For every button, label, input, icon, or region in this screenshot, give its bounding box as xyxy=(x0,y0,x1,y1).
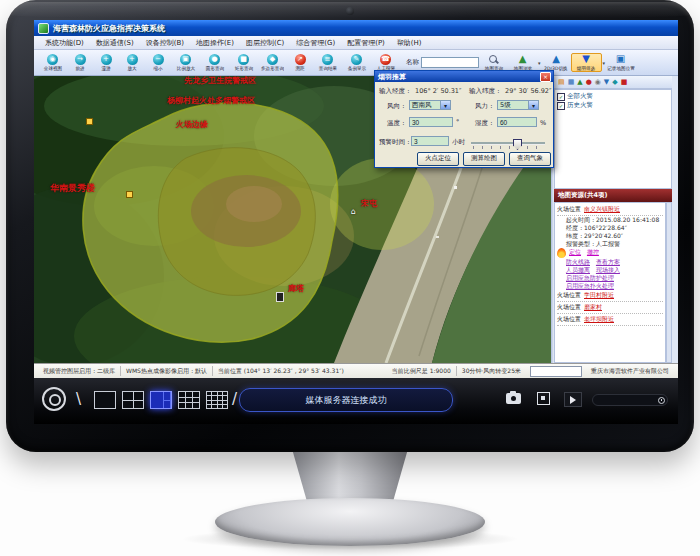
incident-row[interactable]: 火场位置 学田村附近 xyxy=(557,290,663,302)
name-label: 名称 xyxy=(406,58,419,67)
toolbar-button-globe[interactable]: ◉ 全球视图 xyxy=(38,54,67,71)
toolbar-button-scale-zoom[interactable]: ▣ 比例放大 xyxy=(171,54,200,71)
play-icon[interactable] xyxy=(564,392,582,407)
scene-link[interactable]: 现场接入 xyxy=(596,266,620,273)
toolbar-button-2d3d-switch[interactable]: ▲ 2D/3D切换 xyxy=(542,54,571,71)
checkbox-checked-icon[interactable]: ✓ xyxy=(557,102,565,110)
alarm-phone-icon: ☎ xyxy=(380,54,391,65)
toolbar-button-poly-query[interactable]: ◆ 多边形查询 xyxy=(258,54,287,71)
screen: 海营森林防火应急指挥决策系统 系统功能(D) 数据通信(S) 设备控制(B) 地… xyxy=(34,20,678,424)
layout-9-button[interactable] xyxy=(178,391,200,409)
fullscreen-icon[interactable] xyxy=(537,392,550,405)
protect-link[interactable]: 启用应急防护处理 xyxy=(566,274,614,281)
menu-item-manage[interactable]: 综合管理(G) xyxy=(291,37,340,49)
grid-icon[interactable]: ▦ xyxy=(568,79,575,86)
toolbar-button-alarm[interactable]: ☎ 人工报警 xyxy=(371,54,400,71)
toolbar-button-pan[interactable]: + 漫游 xyxy=(93,54,119,71)
layer-tree-item-all-fires[interactable]: ✓ 全部火警 xyxy=(557,92,669,101)
menu-item-device[interactable]: 设备控制(B) xyxy=(141,37,189,49)
lon-label: 输入经度： xyxy=(379,87,412,96)
plume-dialog-titlebar[interactable]: 烟羽推算 × xyxy=(375,71,553,82)
menu-item-map[interactable]: 地图操作(E) xyxy=(191,37,239,49)
query-weather-button[interactable]: 查询气象 xyxy=(509,152,551,166)
locate-link[interactable]: 定位 xyxy=(569,248,581,255)
humidity-input[interactable] xyxy=(497,117,537,127)
panel-scrollbar[interactable] xyxy=(666,202,672,363)
close-icon[interactable]: × xyxy=(540,72,551,82)
rect-query-icon: ■ xyxy=(238,54,249,65)
panel-icon-strip: ▤ ▦ ▲ ● ◉ ▼ ◆ ■ xyxy=(554,76,672,89)
menu-item-config[interactable]: 配置管理(P) xyxy=(342,37,390,49)
target-icon[interactable]: ◉ xyxy=(595,79,601,86)
incident-row[interactable]: 火场位置 南义兴镇附近 xyxy=(557,204,663,216)
snapshot-camera-icon[interactable] xyxy=(506,393,521,404)
toolbar-button-zoom-out[interactable]: − 缩小 xyxy=(145,54,171,71)
checkbox-checked-icon[interactable]: ✓ xyxy=(557,93,565,101)
locate-fire-button[interactable]: 火点定位 xyxy=(417,152,459,166)
incident-row[interactable]: 火场位置 老坪坝附近 xyxy=(557,314,663,326)
toolbar-button-rect-query[interactable]: ■ 矩形查询 xyxy=(229,54,258,71)
temp-label: 温度： xyxy=(387,119,407,128)
evacuate-link[interactable]: 人员撤离 xyxy=(566,266,590,273)
chevron-down-icon[interactable]: ▾ xyxy=(440,101,450,109)
divider-slash: / xyxy=(232,390,237,408)
layers-icon[interactable]: ▤ xyxy=(558,79,565,86)
alert-dot-icon[interactable]: ● xyxy=(586,79,592,86)
toolbar-button-circle-query[interactable]: ● 圆形查询 xyxy=(200,54,229,71)
window-titlebar: 海营森林防火应急指挥决策系统 xyxy=(34,20,678,36)
camera-lens-icon[interactable] xyxy=(42,387,66,411)
layout-4-button[interactable] xyxy=(122,391,144,409)
menu-item-system[interactable]: 系统功能(D) xyxy=(40,37,89,49)
toolbar-button-forward[interactable]: → 前进 xyxy=(67,54,93,71)
layout-16-button[interactable] xyxy=(206,391,228,409)
toolbar-button-map-browse[interactable]: ▲ 地图浏览 xyxy=(508,54,537,71)
fireline-link[interactable]: 防火线路 xyxy=(566,258,590,265)
menu-item-help[interactable]: 帮助(H) xyxy=(392,37,427,49)
search-icon xyxy=(488,54,499,65)
layout-6-button-selected[interactable] xyxy=(150,391,172,409)
chevron-down-icon[interactable]: ▾ xyxy=(538,60,541,66)
chevron-down-icon[interactable]: ▾ xyxy=(603,60,606,66)
menu-item-layer[interactable]: 图层控制(C) xyxy=(241,37,289,49)
toolbar-button-record-position[interactable]: ▣ 记录地图位置 xyxy=(606,54,635,71)
wind-force-select[interactable]: 5级 ▾ xyxy=(497,100,539,110)
incident-lat: 纬度：29°20′42.60″ xyxy=(557,232,663,240)
toolbar-button-annotate[interactable]: ✎ 条例显示 xyxy=(342,54,371,71)
chevron-down-icon[interactable]: ▾ xyxy=(528,101,538,109)
temp-input[interactable] xyxy=(409,117,453,127)
media-server-status: 媒体服务器连接成功 xyxy=(239,388,453,412)
layout-1-button[interactable] xyxy=(94,391,116,409)
fire-flag-icon[interactable]: ■ xyxy=(621,79,628,86)
menu-item-data[interactable]: 数据通信(S) xyxy=(91,37,139,49)
compute-plot-button[interactable]: 测算绘图 xyxy=(463,152,505,166)
status-video-layer: 视频管控图层启用：二级库 xyxy=(38,366,121,376)
globe-icon: ◉ xyxy=(47,54,58,65)
status-bar: 视频管控图层启用：二级库 WMS热点成像影像启用：默认 当前位置 (104° 1… xyxy=(34,363,678,378)
toolbar-button-results[interactable]: ≡ 查询结果 xyxy=(313,54,342,71)
plan-link[interactable]: 查看方案 xyxy=(596,258,620,265)
wind-dir-select[interactable]: 西南风 ▾ xyxy=(409,100,451,110)
circle-query-icon: ● xyxy=(209,54,220,65)
monitor-stand-base xyxy=(215,498,485,546)
timeline-bar[interactable] xyxy=(592,394,668,406)
layer-tree-item-history-fires[interactable]: ✓ 历史火警 xyxy=(557,101,669,110)
suppress-link[interactable]: 启用应急扑火处理 xyxy=(566,282,614,289)
status-input[interactable] xyxy=(530,366,582,377)
plume-dialog: 烟羽推算 × 输入经度： 106° 2′ 50.31″ 输入纬度： 29° 30… xyxy=(374,70,554,168)
terrain-icon[interactable]: ▲ xyxy=(577,79,582,86)
toolbar-button-map-query[interactable]: 地图查询 xyxy=(479,54,508,71)
zoom-in-icon: + xyxy=(127,54,138,65)
toolbar-button-zoom-in[interactable]: + 放大 xyxy=(119,54,145,71)
warn-time-slider[interactable] xyxy=(471,139,545,149)
menu-bar: 系统功能(D) 数据通信(S) 设备控制(B) 地图操作(E) 图层控制(C) … xyxy=(34,36,678,50)
plume-dialog-title: 烟羽推算 xyxy=(378,72,540,82)
incident-row[interactable]: 火场位置 磨家村 xyxy=(557,302,663,314)
company-name: 重庆市海营软件产业有限公司 xyxy=(586,366,674,376)
name-search-input[interactable] xyxy=(421,57,479,68)
toolbar-button-plume-filter[interactable]: ▼ 烟羽筛选 xyxy=(571,53,602,72)
filter-icon[interactable]: ▼ xyxy=(604,79,609,86)
dismiss-link[interactable]: 撤控 xyxy=(587,248,599,255)
marker-icon[interactable]: ◆ xyxy=(612,79,617,86)
warn-time-input[interactable] xyxy=(411,136,449,146)
toolbar-button-measure[interactable]: ↗ 测距 xyxy=(287,54,313,71)
